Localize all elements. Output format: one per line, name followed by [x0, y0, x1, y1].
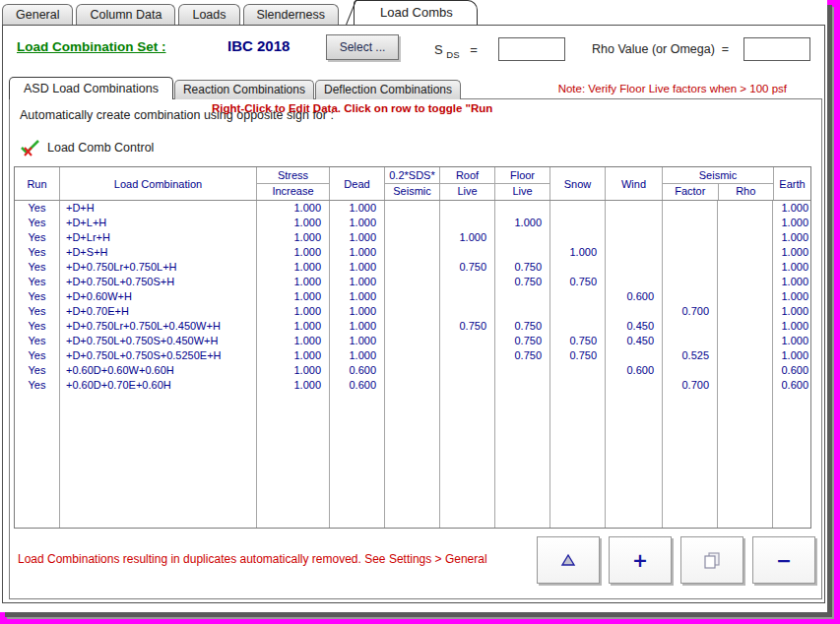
table-cell [440, 378, 495, 393]
table-cell: 1.000 [257, 319, 330, 334]
load-combination-set-label: Load Combination Set : [17, 39, 166, 54]
tab-loads[interactable]: Loads [178, 4, 239, 25]
table-row[interactable]: Yes+D+0.750L+0.750S+0.5250E+H1.0001.0000… [15, 348, 810, 363]
table-cell: Yes [15, 275, 60, 289]
table-row[interactable]: Yes+0.60D+0.60W+0.60H1.0000.6000.6000.60… [15, 363, 810, 378]
table-row[interactable]: Yes+D+Lr+H1.0001.0001.0001.000 [15, 230, 810, 245]
table-cell [663, 245, 718, 260]
table-row[interactable]: Yes+D+H1.0001.0001.000 [15, 201, 810, 216]
col-header-sds-seismic: 0.2*SDS* Seismic [385, 167, 440, 200]
table-cell: +D+0.750L+0.750S+0.450W+H [60, 334, 257, 348]
table-cell [663, 319, 718, 334]
copy-row-button[interactable] [680, 536, 743, 584]
table-cell [440, 201, 495, 216]
table-cell [440, 275, 495, 289]
tab-slenderness[interactable]: Slenderness [243, 4, 340, 25]
table-cell: 1.000 [257, 378, 330, 393]
table-row[interactable]: Yes+D+L+H1.0001.0001.0001.000 [15, 216, 810, 230]
table-row[interactable]: Yes+D+0.750Lr+0.750L+0.450W+H1.0001.0000… [15, 319, 810, 334]
table-cell [606, 378, 663, 393]
table-cell [440, 393, 495, 528]
col-header-seismic-rho: Rho [719, 184, 774, 200]
table-cell [663, 216, 718, 230]
table-cell: +D+0.750Lr+0.750L+H [60, 260, 257, 275]
select-button[interactable]: Select ... [326, 34, 399, 60]
table-body: Yes+D+H1.0001.0001.000Yes+D+L+H1.0001.00… [15, 201, 810, 528]
col-header-run: Run [15, 167, 60, 200]
table-cell: 1.000 [257, 201, 330, 216]
table-row[interactable]: Yes+D+0.60W+H1.0001.0000.6001.000 [15, 289, 810, 304]
tab-general[interactable]: General [2, 4, 73, 25]
table-cell [663, 230, 718, 245]
table-row[interactable]: Yes+D+0.750L+0.750S+0.450W+H1.0001.0000.… [15, 334, 810, 348]
table-cell: 0.750 [440, 319, 495, 334]
table-cell: 1.000 [257, 334, 330, 348]
table-row[interactable]: Yes+D+0.70E+H1.0001.0000.7001.000 [15, 304, 810, 319]
table-cell: 1.000 [773, 319, 809, 334]
table-row[interactable]: Yes+D+0.750L+0.750S+H1.0001.0000.7500.75… [15, 275, 810, 289]
delete-row-button[interactable]: − [752, 536, 815, 584]
table-cell [663, 201, 718, 216]
table-cell: 1.000 [330, 201, 385, 216]
rho-input[interactable] [743, 37, 810, 61]
col-header-snow: Snow [550, 167, 606, 200]
table-row[interactable]: Yes+0.60D+0.70E+0.60H1.0000.6000.7000.60… [15, 378, 810, 393]
check-x-icon[interactable] [20, 139, 41, 156]
table-row[interactable]: Yes+D+S+H1.0001.0001.0001.000 [15, 245, 810, 260]
table-cell: 0.600 [330, 363, 385, 378]
table-cell: 0.750 [495, 334, 550, 348]
table-row[interactable]: Yes+D+0.750Lr+0.750L+H1.0001.0000.7500.7… [15, 260, 810, 275]
table-cell: 1.000 [330, 245, 385, 260]
table-cell: +D+Lr+H [60, 230, 257, 245]
table-cell: 0.600 [330, 378, 385, 393]
table-cell [385, 348, 440, 363]
table-cell: +D+S+H [60, 245, 257, 260]
table-cell: 1.000 [257, 289, 330, 304]
table-header: Run Load Combination Stress Increase Dea… [15, 167, 810, 201]
table-cell [495, 363, 550, 378]
sds-input[interactable] [498, 37, 565, 61]
table-cell: 1.000 [330, 275, 385, 289]
tab-reaction-combinations[interactable]: Reaction Combinations [174, 80, 314, 99]
table-cell [550, 304, 606, 319]
col-header-load-combination: Load Combination [60, 167, 257, 200]
table-cell: 0.700 [663, 378, 718, 393]
duplicates-note: Load Combinations resulting in duplicate… [18, 552, 487, 566]
triangle-up-icon [560, 553, 576, 567]
tab-deflection-combinations[interactable]: Deflection Combinations [315, 80, 461, 99]
table-cell [606, 230, 663, 245]
tab-asd-load-combinations[interactable]: ASD Load Combinations [9, 77, 173, 99]
table-cell [663, 289, 718, 304]
col-header-earth: Earth [774, 167, 810, 200]
table-cell: 1.000 [773, 275, 809, 289]
table-cell: 0.600 [606, 363, 663, 378]
combination-tab-bar: ASD Load Combinations Reaction Combinati… [9, 77, 462, 99]
add-row-button[interactable]: + [609, 536, 672, 584]
table-cell: 1.000 [495, 216, 550, 230]
table-cell: 1.000 [257, 245, 330, 260]
table-cell [495, 393, 550, 528]
move-up-button[interactable] [537, 536, 600, 584]
table-cell [718, 393, 773, 528]
table-cell: +0.60D+0.60W+0.60H [60, 363, 257, 378]
table-cell [663, 260, 718, 275]
copy-icon [703, 552, 721, 569]
floor-live-note: Note: Verify Floor Live factors when > 1… [558, 83, 787, 94]
tab-load-combs[interactable]: Load Combs [354, 0, 478, 25]
table-cell: 1.000 [773, 304, 809, 319]
table-cell [773, 393, 809, 528]
table-cell [385, 319, 440, 334]
table-cell: 0.750 [550, 334, 606, 348]
sds-label: S DS = [434, 42, 478, 60]
table-cell [606, 216, 663, 230]
table-cell [495, 230, 550, 245]
table-cell: 0.700 [663, 304, 718, 319]
table-cell: Yes [15, 304, 60, 319]
table-cell: +D+0.750Lr+0.750L+0.450W+H [60, 319, 257, 334]
table-cell: Yes [15, 260, 60, 275]
table-cell: 0.750 [495, 275, 550, 289]
rho-label: Rho Value (or Omega) = [592, 42, 729, 56]
table-cell [15, 393, 60, 528]
table-cell [718, 216, 773, 230]
tab-column-data[interactable]: Column Data [76, 4, 175, 25]
